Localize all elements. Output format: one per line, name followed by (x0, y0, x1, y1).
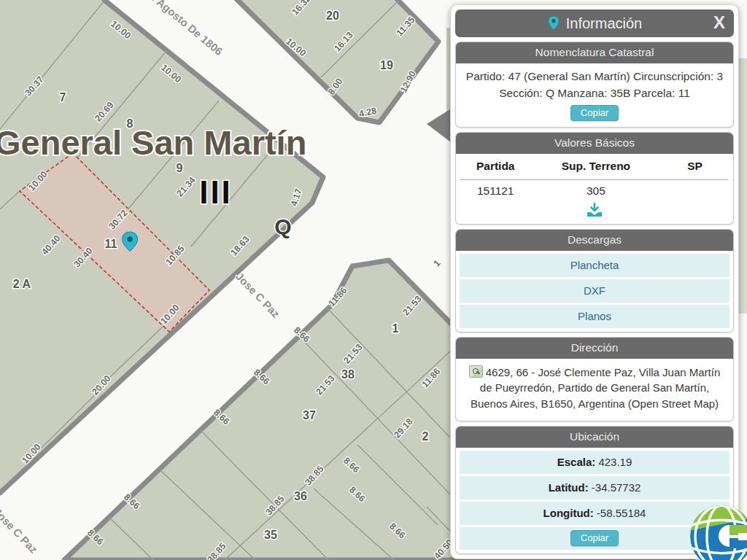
direccion-address: 4629, 66 - José Clemente Paz, Villa Juan… (471, 366, 720, 411)
map-title-label: General San Martín (0, 123, 306, 162)
nomenclatura-header: Nomenclatura Catastral (456, 42, 733, 63)
street-map-icon (469, 365, 483, 378)
card-direccion: Dirección 4629, 66 - José Clemente Paz, … (455, 337, 734, 421)
nomenclatura-line1: Partido: 47 (General San Martín) Circuns… (462, 68, 727, 85)
download-dxf-button[interactable]: DXF (460, 279, 729, 303)
copy-ubicacion-button[interactable]: Copiar (570, 530, 619, 546)
map-parcel-label: 1 (392, 322, 399, 335)
column-sup-terreno: Sup. Terreno (532, 160, 659, 173)
download-valores-button[interactable] (456, 202, 733, 224)
escala-value: 423.19 (595, 456, 632, 468)
map-parcel-label: 11 (105, 238, 117, 250)
escala-label: Escala: (557, 456, 596, 468)
map-parcel-label: III (199, 174, 233, 210)
app-logo: ® (689, 504, 747, 560)
map-parcel-label: 2 (422, 430, 429, 443)
map-parcel-label: 19 (380, 59, 393, 71)
close-button[interactable]: X (713, 12, 725, 33)
direccion-header: Dirección (456, 338, 733, 359)
map-parcel-label: 2 A (13, 278, 31, 290)
panel-titlebar: Información X (455, 9, 734, 37)
panel-title: Información (566, 15, 643, 32)
value-sup-terreno: 305 (532, 184, 659, 198)
column-partida: Partida (459, 160, 532, 173)
latitud-value: -34.57732 (589, 481, 641, 494)
download-planos-button[interactable]: Planos (460, 305, 729, 328)
nomenclatura-line2: Sección: Q Manzana: 35B Parcela: 11 (462, 85, 727, 101)
card-descargas: Descargas Plancheta DXF Planos (455, 229, 734, 332)
map-parcel-label: 38 (341, 368, 355, 381)
map-application: { "map": { "labels": [ {"t":"De Agosto D… (0, 0, 747, 560)
map-parcel-label: 36 (294, 490, 307, 502)
map-parcel-label: 35 (264, 529, 277, 541)
value-partida: 151121 (459, 184, 532, 198)
direccion-text: 4629, 66 - José Clemente Paz, Villa Juan… (462, 363, 727, 415)
valores-data-row: 151121 305 (456, 180, 733, 202)
copy-nomenclatura-button[interactable]: Copiar (570, 105, 619, 121)
latitud-row: Latitud: -34.57732 (460, 476, 729, 499)
map-parcel-label: 8 (127, 117, 133, 130)
download-plancheta-button[interactable]: Plancheta (460, 254, 729, 277)
card-valores: Valores Básicos Partida Sup. Terreno SP … (455, 132, 734, 225)
longitud-value: -58.55184 (594, 507, 646, 519)
column-sp: SP (659, 160, 730, 173)
pin-icon (547, 15, 560, 32)
descargas-header: Descargas (456, 230, 733, 251)
map-parcel-label: 9 (177, 162, 183, 174)
longitud-label: Longitud: (543, 507, 594, 519)
valores-column-headers: Partida Sup. Terreno SP (456, 154, 733, 179)
card-nomenclatura: Nomenclatura Catastral Partido: 47 (Gene… (455, 42, 734, 128)
latitud-label: Latitud: (549, 481, 589, 494)
ubicacion-header: Ubicación (456, 427, 733, 448)
value-sp (659, 184, 730, 198)
map-parcel-label: 20 (326, 9, 339, 22)
map-parcel-label: 7 (60, 91, 66, 104)
valores-header: Valores Básicos (456, 133, 733, 154)
map-parcel-label: 37 (303, 409, 316, 421)
map-parcel-label: Q (274, 214, 291, 238)
escala-row: Escala: 423.19 (460, 451, 729, 474)
info-panel: Información X Nomenclatura Catastral Par… (450, 4, 739, 559)
download-icon (586, 203, 603, 217)
